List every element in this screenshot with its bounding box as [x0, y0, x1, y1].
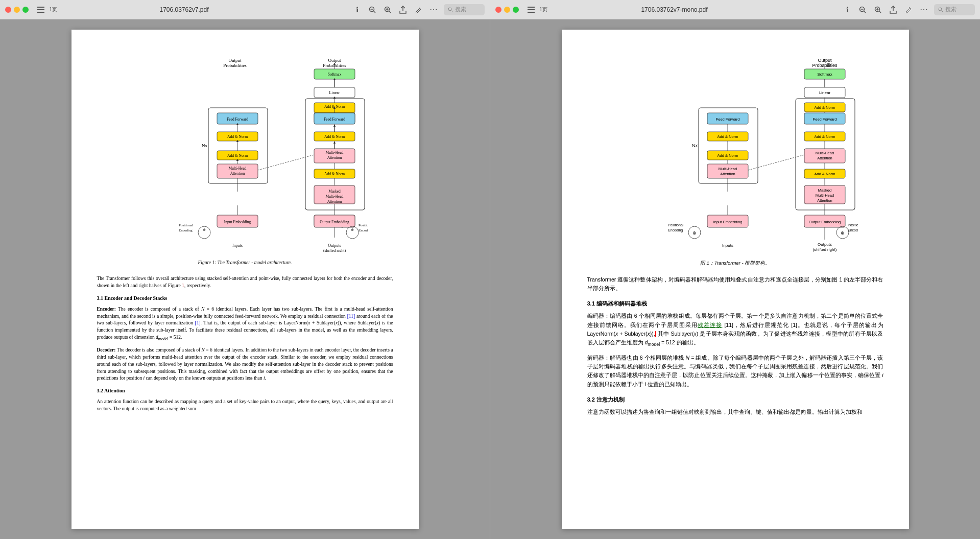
left-decoder-para: Decoder: The decoder is also composed of…: [97, 347, 393, 382]
left-section-31: 3.1 Encoder and Decoder Stacks: [97, 295, 393, 302]
svg-text:Add & Norm: Add & Norm: [227, 134, 248, 139]
svg-text:Encoding: Encoding: [848, 228, 858, 232]
left-search-placeholder: 搜索: [455, 6, 466, 13]
svg-text:Add & Norm: Add & Norm: [814, 172, 835, 176]
left-minimize-button[interactable]: [14, 7, 20, 13]
svg-text:Linear: Linear: [329, 90, 340, 95]
right-section-31: 3.1 编码器和解码器堆栈: [587, 300, 883, 308]
svg-text:Attention: Attention: [817, 156, 832, 160]
svg-text:Encoding: Encoding: [358, 228, 368, 232]
left-toolbar: ℹ ⋯ 搜索: [352, 4, 485, 15]
right-highlighted-text: 残差连接: [698, 322, 722, 328]
svg-text:Nx: Nx: [202, 143, 207, 148]
right-pdf-page: Output Probabilities Softmax Linear: [562, 30, 909, 529]
left-attention-para: An attention function can be described a…: [97, 399, 393, 413]
left-pdf-pane: 1页 1706.03762v7.pdf ℹ ⋯: [0, 0, 490, 539]
left-search-box[interactable]: 搜索: [444, 4, 485, 15]
svg-text:Masked: Masked: [328, 189, 341, 194]
right-text-cursor: [655, 331, 656, 337]
svg-text:Add & Norm: Add & Norm: [717, 134, 738, 139]
right-info-icon[interactable]: ℹ: [842, 5, 852, 15]
right-pdf-pane: 1页 1706.03762v7-mono.pdf ℹ ⋯: [490, 0, 980, 539]
svg-text:Feed Forward: Feed Forward: [227, 117, 248, 122]
svg-text:Positional: Positional: [179, 223, 193, 227]
right-close-button[interactable]: [495, 7, 501, 13]
right-attention-para: 注意力函数可以描述为将查询和一组键值对映射到输出，其中查询、键、值和输出都是向量…: [587, 408, 883, 416]
svg-line-93: [864, 11, 866, 13]
right-more-icon[interactable]: ⋯: [919, 5, 929, 15]
right-diagram: Output Probabilities Softmax Linear: [587, 53, 883, 252]
right-section-32: 3.2 注意力机制: [587, 396, 883, 404]
right-minimize-button[interactable]: [504, 7, 510, 13]
svg-text:⊕: ⊕: [841, 230, 845, 236]
svg-line-96: [879, 11, 881, 13]
svg-text:(shifted right): (shifted right): [323, 248, 346, 252]
left-figure-link[interactable]: 1: [182, 283, 184, 288]
svg-text:Input Embedding: Input Embedding: [713, 220, 742, 224]
svg-text:Multi-Head: Multi-Head: [718, 167, 736, 171]
left-pdf-page: Output Probabilities Softmax Linear: [71, 30, 419, 529]
right-search-box[interactable]: 搜索: [934, 4, 975, 15]
left-more-icon[interactable]: ⋯: [428, 5, 439, 15]
svg-text:Add & Norm: Add & Norm: [324, 134, 345, 139]
right-figure-caption: 图 1：Transformer - 模型架构。: [587, 260, 883, 266]
svg-text:Multi-Head: Multi-Head: [815, 193, 833, 198]
svg-text:Multi-Head: Multi-Head: [325, 194, 343, 199]
svg-text:Feed Forward: Feed Forward: [812, 117, 836, 122]
svg-text:Attention: Attention: [230, 171, 245, 176]
svg-text:Output Embedding: Output Embedding: [320, 220, 349, 224]
left-share-icon[interactable]: [398, 5, 408, 15]
left-zoom-in-icon[interactable]: [383, 5, 393, 15]
right-decoder-para: 解码器：解码器也由 6 个相同层的堆栈 N = 组成。除了每个编码器层中的两个子…: [587, 354, 883, 389]
svg-text:Add & Norm: Add & Norm: [814, 134, 835, 139]
svg-text:⊕: ⊕: [203, 228, 206, 232]
svg-text:Encoding: Encoding: [179, 228, 193, 232]
svg-text:Positional: Positional: [358, 223, 368, 227]
right-title-bar: 1页 1706.03762v7-mono.pdf ℹ ⋯: [490, 0, 980, 19]
svg-text:Multi-Head: Multi-Head: [815, 151, 833, 155]
right-pdf-content[interactable]: Output Probabilities Softmax Linear: [490, 19, 980, 539]
svg-text:Softmax: Softmax: [327, 72, 341, 77]
svg-text:Add & Norm: Add & Norm: [227, 153, 248, 158]
svg-text:⊕: ⊕: [351, 228, 354, 232]
left-filename: 1706.03762v7.pdf: [20, 6, 348, 13]
svg-text:Output: Output: [228, 58, 242, 63]
svg-text:Nx: Nx: [692, 143, 698, 148]
svg-text:Inputs: Inputs: [722, 243, 733, 248]
left-section-32: 3.2 Attention: [97, 387, 393, 394]
left-close-button[interactable]: [5, 7, 11, 13]
left-info-icon[interactable]: ℹ: [352, 5, 362, 15]
svg-text:Probabilities: Probabilities: [223, 63, 247, 68]
svg-text:Attention: Attention: [817, 198, 832, 203]
svg-line-7: [389, 11, 391, 13]
svg-text:Feed Forward: Feed Forward: [324, 117, 345, 122]
left-pen-icon[interactable]: [413, 5, 423, 15]
svg-text:Add & Norm: Add & Norm: [324, 172, 345, 176]
left-encoder-label: Encoder:: [97, 307, 116, 312]
left-zoom-out-icon[interactable]: [367, 5, 377, 15]
svg-text:Output Embedding: Output Embedding: [808, 220, 841, 224]
svg-text:(shifted right): (shifted right): [812, 247, 836, 252]
left-pdf-content[interactable]: Output Probabilities Softmax Linear: [0, 19, 490, 539]
svg-text:Positional: Positional: [848, 223, 858, 227]
right-encoder-para: 编码器：编码器由 6 个相同层的堆栈组成。每层都有两个子层。第一个是多头自注意力…: [587, 312, 883, 348]
svg-text:Masked: Masked: [818, 188, 831, 193]
left-diagram: Output Probabilities Softmax Linear: [97, 53, 393, 252]
svg-text:Softmax: Softmax: [817, 72, 832, 77]
right-pen-icon[interactable]: [903, 5, 914, 15]
right-share-icon[interactable]: [888, 5, 898, 15]
left-ref11[interactable]: [11]: [347, 314, 355, 319]
right-search-placeholder: 搜索: [945, 6, 957, 13]
svg-text:Add & Norm: Add & Norm: [814, 105, 835, 110]
left-figure-caption: Figure 1: The Transformer - model archit…: [97, 260, 393, 266]
right-zoom-out-icon[interactable]: [857, 5, 868, 15]
left-para1: The Transformer follows this overall arc…: [97, 275, 393, 290]
svg-text:⊕: ⊕: [692, 230, 697, 236]
svg-text:Attention: Attention: [327, 155, 342, 160]
svg-text:Linear: Linear: [819, 90, 830, 95]
right-zoom-in-icon[interactable]: [873, 5, 883, 15]
app-container: 1页 1706.03762v7.pdf ℹ ⋯: [0, 0, 980, 539]
left-ref1[interactable]: [1]: [195, 320, 201, 325]
svg-text:Output: Output: [818, 58, 832, 63]
svg-text:Attention: Attention: [720, 172, 735, 176]
